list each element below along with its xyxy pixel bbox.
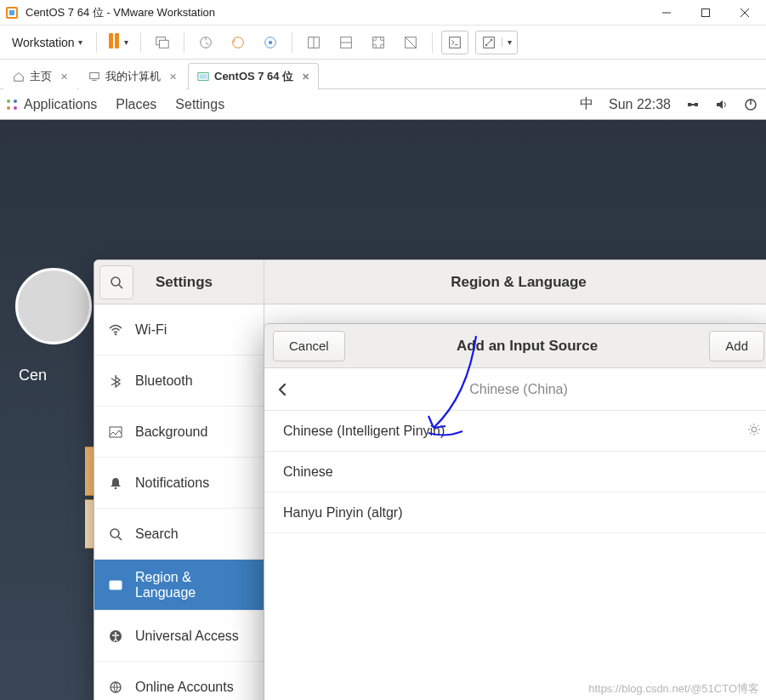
svg-point-43: [111, 583, 115, 587]
snapshot-manager-button[interactable]: [258, 31, 283, 54]
back-button[interactable]: [264, 368, 300, 411]
panel-title-label: Region & Language: [451, 274, 587, 291]
svg-rect-22: [90, 73, 99, 79]
chevron-down-icon: ▾: [502, 37, 517, 47]
svg-line-36: [119, 285, 122, 288]
applications-icon: [5, 98, 19, 111]
search-icon: [108, 526, 123, 542]
unity-button[interactable]: [398, 31, 423, 54]
tab-my-computer[interactable]: 我的计算机 ✕: [79, 63, 186, 89]
vmware-app-icon: [5, 6, 19, 20]
tab-centos-vm[interactable]: CentOS 7 64 位 ✕: [188, 63, 319, 89]
sidebar-item-search[interactable]: Search: [94, 509, 264, 560]
input-source-intelligent-pinyin[interactable]: Chinese (Intelligent Pinyin): [264, 411, 766, 452]
svg-rect-2: [9, 10, 14, 15]
close-icon[interactable]: ✕: [298, 71, 309, 83]
svg-point-27: [14, 100, 17, 103]
clock[interactable]: Sun 22:38: [609, 97, 671, 112]
svg-point-48: [752, 427, 757, 432]
add-input-source-dialog: Cancel Add an Input Source Add Chinese (…: [264, 323, 766, 700]
tab-label: 主页: [30, 69, 52, 84]
sidebar-item-region-language[interactable]: Region & Language: [94, 560, 264, 611]
watermark: https://blog.csdn.net/@51CTO博客: [588, 681, 759, 697]
bell-icon: [108, 475, 123, 491]
toolbar-separator: [140, 32, 141, 53]
network-icon[interactable]: [686, 98, 700, 111]
avatar: [15, 268, 92, 344]
sidebar-item-online-accounts[interactable]: Online Accounts: [94, 662, 264, 700]
places-menu[interactable]: Places: [116, 97, 156, 112]
settings-menu[interactable]: Settings: [175, 97, 224, 112]
console-view-button[interactable]: [441, 31, 468, 54]
sidebar-item-universal-access[interactable]: Universal Access: [94, 611, 264, 662]
close-icon[interactable]: ✕: [166, 71, 177, 83]
window-title: CentOS 7 64 位 - VMware Workstation: [26, 5, 647, 20]
sidebar-item-label: Region & Language: [135, 570, 250, 600]
gnome-top-bar: Applications Places Settings 中 Sun 22:38: [0, 89, 766, 120]
svg-rect-20: [449, 37, 460, 48]
close-icon[interactable]: ✕: [57, 71, 68, 83]
settings-panel-title: Region & Language: [264, 260, 766, 304]
toolbar-separator: [184, 32, 184, 53]
send-ctrl-alt-del-button[interactable]: [150, 31, 175, 54]
svg-point-29: [14, 106, 17, 110]
sidebar-item-label: Online Accounts: [135, 680, 234, 695]
view-single-button[interactable]: [301, 31, 326, 54]
window-maximize-button[interactable]: [686, 0, 725, 26]
svg-rect-31: [695, 103, 698, 106]
power-pause-button[interactable]: ▾: [105, 33, 132, 51]
svg-point-26: [7, 100, 10, 103]
sidebar-item-notifications[interactable]: Notifications: [94, 458, 264, 509]
dialog-body: Chinese (China) Chinese (Intelligent Pin…: [264, 368, 766, 700]
settings-sidebar-header: Settings: [94, 260, 264, 304]
tab-label: 我的计算机: [105, 69, 161, 84]
window-close-button[interactable]: [725, 0, 764, 26]
svg-point-37: [115, 333, 116, 334]
add-button[interactable]: Add: [709, 331, 764, 361]
input-source-hanyu-pinyin-altgr[interactable]: Hanyu Pinyin (altgr): [264, 492, 766, 533]
snapshot-take-button[interactable]: [193, 31, 218, 54]
workstation-menu[interactable]: Workstation: [7, 32, 88, 53]
svg-rect-30: [688, 103, 691, 106]
stretch-guest-button[interactable]: ▾: [475, 31, 518, 54]
wifi-icon: [108, 322, 123, 338]
svg-rect-4: [702, 9, 710, 16]
settings-search-button[interactable]: [99, 265, 133, 299]
vmware-toolbar: Workstation ▾ ▾: [0, 26, 766, 60]
chevron-down-icon: ▾: [124, 37, 128, 47]
snapshot-revert-button[interactable]: [225, 31, 251, 54]
fullscreen-button[interactable]: [366, 31, 391, 54]
dialog-title: Add an Input Source: [345, 338, 710, 355]
online-accounts-icon: [108, 680, 123, 695]
input-source-label: Chinese (Intelligent Pinyin): [283, 424, 445, 439]
view-split-button[interactable]: [333, 31, 359, 54]
sidebar-item-background[interactable]: Background: [94, 407, 264, 458]
input-source-list: Chinese (Intelligent Pinyin) Chinese Han…: [264, 411, 766, 700]
svg-point-28: [7, 106, 10, 110]
input-source-label: Hanyu Pinyin (altgr): [283, 505, 403, 521]
computer-icon: [88, 71, 100, 83]
window-minimize-button[interactable]: [647, 0, 686, 26]
cancel-button[interactable]: Cancel: [273, 331, 345, 361]
sidebar-item-label: Background: [135, 424, 207, 440]
applications-menu[interactable]: Applications: [5, 97, 97, 112]
svg-point-45: [115, 632, 117, 635]
input-source-chinese[interactable]: Chinese: [264, 452, 766, 492]
input-source-label: Chinese: [283, 464, 333, 480]
universal-access-icon: [108, 629, 123, 644]
vm-icon: [197, 71, 209, 83]
gear-icon[interactable]: [747, 423, 761, 440]
toolbar-separator: [432, 32, 433, 53]
power-icon[interactable]: [744, 98, 757, 111]
sidebar-item-wifi[interactable]: Wi-Fi: [94, 304, 264, 356]
svg-point-39: [115, 487, 117, 489]
input-method-indicator[interactable]: 中: [580, 95, 593, 113]
volume-icon[interactable]: [715, 98, 729, 111]
background-icon: [108, 424, 123, 440]
tab-home[interactable]: 主页 ✕: [3, 63, 77, 89]
dialog-breadcrumb-row: Chinese (China): [264, 368, 766, 411]
avatar-label: Cen: [19, 367, 47, 384]
toolbar-separator: [292, 32, 292, 53]
sidebar-item-bluetooth[interactable]: Bluetooth: [94, 356, 264, 407]
svg-rect-12: [269, 41, 272, 44]
